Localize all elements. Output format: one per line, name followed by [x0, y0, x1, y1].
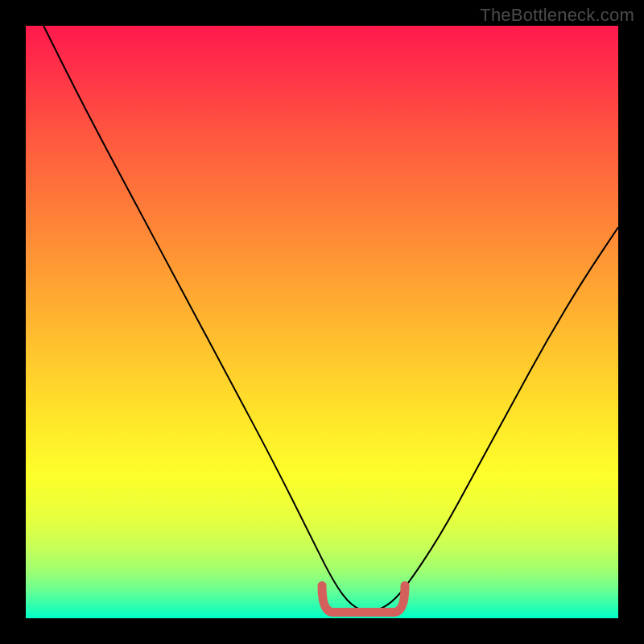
bottleneck-curve: [43, 26, 618, 611]
bottleneck-chart: [26, 26, 618, 618]
optimal-zone-marker: [322, 586, 405, 613]
watermark-text: TheBottleneck.com: [480, 5, 634, 26]
chart-area: [26, 26, 618, 618]
